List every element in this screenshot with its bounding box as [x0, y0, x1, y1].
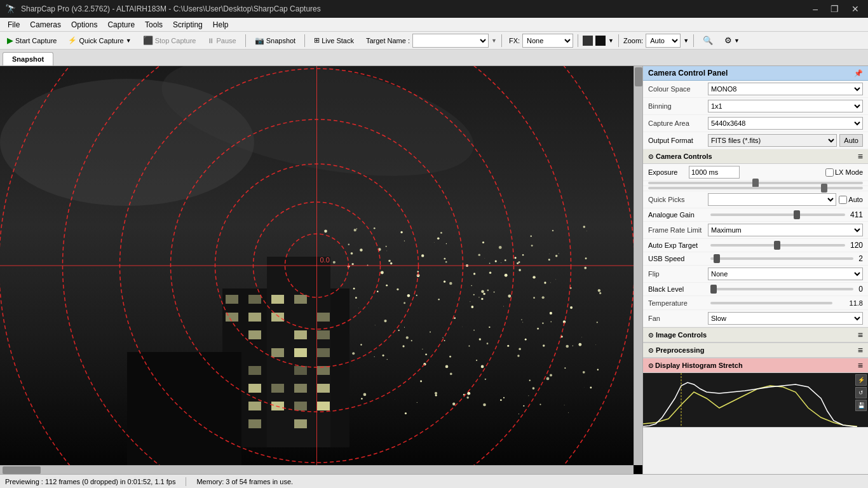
tab-snapshot[interactable]: Snapshot	[3, 52, 53, 65]
menu-help[interactable]: Help	[208, 19, 234, 30]
menu-tools[interactable]: Tools	[140, 19, 168, 30]
usb-speed-thumb[interactable]	[714, 254, 720, 263]
image-controls-header[interactable]: ⊙ Image Controls ≡	[643, 328, 868, 342]
camera-controls-header[interactable]: ⊙ Camera Controls ≡	[643, 149, 868, 164]
quick-capture-dropdown-icon[interactable]: ▼	[126, 37, 132, 44]
frame-rate-select[interactable]: Maximum	[708, 224, 863, 236]
menu-file[interactable]: File	[3, 19, 25, 30]
v-scroll-thumb[interactable]	[635, 67, 642, 86]
zoom-dropdown-icon[interactable]: ▼	[683, 37, 689, 44]
black-level-slider[interactable]	[710, 288, 853, 290]
menu-capture[interactable]: Capture	[102, 19, 140, 30]
vertical-scrollbar[interactable]	[634, 66, 642, 465]
h-scroll-thumb[interactable]	[3, 466, 41, 474]
toolbar-separator-1	[245, 34, 246, 47]
live-stack-button[interactable]: ⊞ Live Stack	[309, 34, 358, 46]
exposure-input[interactable]	[689, 166, 740, 179]
colour-space-row: Colour Space MONO8	[643, 81, 868, 98]
analogue-gain-slider[interactable]	[710, 214, 845, 216]
preprocessing-header-left: ⊙ Preprocessing	[648, 346, 704, 354]
quick-picks-label: Quick Picks	[648, 196, 705, 203]
panel-pin-icon[interactable]: 📌	[854, 69, 863, 78]
snapshot-icon: 📷	[255, 36, 264, 45]
histogram-auto-icon[interactable]: ⚡	[855, 374, 867, 386]
menu-scripting[interactable]: Scripting	[168, 19, 208, 30]
more-button[interactable]: ⚙ ▼	[720, 34, 744, 47]
exposure-slider-row[interactable]	[643, 181, 868, 186]
capture-area-label: Capture Area	[648, 119, 705, 127]
auto-exp-slider[interactable]	[710, 244, 845, 247]
memory-status: Memory: 3 of 54 frames in use.	[196, 478, 293, 485]
display-histogram-menu-icon[interactable]: ≡	[858, 360, 863, 370]
binning-select[interactable]: 1x1	[708, 100, 863, 112]
image-controls-chevron: ⊙	[648, 332, 653, 339]
horizontal-scrollbar[interactable]	[0, 465, 634, 474]
auto-exp-thumb[interactable]	[774, 241, 780, 250]
quick-picks-select[interactable]	[708, 193, 836, 206]
exposure-slider-thumb[interactable]	[752, 179, 759, 187]
fx-select[interactable]: None	[522, 34, 573, 48]
snapshot-button[interactable]: 📷 Snapshot	[250, 34, 300, 47]
minimize-button[interactable]: –	[809, 3, 822, 15]
exposure-slider-track-2[interactable]	[648, 187, 863, 189]
toolbar: ▶ Start Capture ⚡ Quick Capture ▼ ⬛ Stop…	[0, 32, 868, 50]
output-format-auto-button[interactable]: Auto	[839, 134, 863, 147]
toolbar-separator-4	[578, 34, 578, 47]
toolbar-separator-5	[618, 34, 619, 47]
start-capture-button[interactable]: ▶ Start Capture	[3, 34, 61, 47]
display-histogram-header[interactable]: ⊙ Display Histogram Stretch ≡	[643, 358, 868, 373]
colour-space-label: Colour Space	[648, 85, 705, 93]
preprocessing-menu-icon[interactable]: ≡	[858, 345, 863, 355]
colour-space-select[interactable]: MONO8	[708, 83, 863, 95]
close-button[interactable]: ✕	[848, 3, 863, 15]
quick-picks-auto-checkbox[interactable]	[839, 196, 847, 204]
display-dropdown-icon[interactable]: ▼	[608, 37, 614, 44]
zoom-label: Zoom:	[623, 37, 643, 44]
quick-picks-row: Quick Picks Auto	[643, 191, 868, 208]
menu-cameras[interactable]: Cameras	[25, 19, 66, 30]
display-histogram-section: ⊙ Display Histogram Stretch ≡ ⚡ ↺ 💾	[643, 358, 868, 428]
histogram-save-icon[interactable]: 💾	[855, 400, 867, 411]
stop-capture-button[interactable]: ⬛ Stop Capture	[139, 34, 201, 47]
camera-controls-menu-icon[interactable]: ≡	[858, 151, 863, 161]
camera-controls-section: ⊙ Camera Controls ≡ Exposure LX Mode	[643, 149, 868, 328]
histogram-reset-icon[interactable]: ↺	[855, 387, 867, 398]
output-format-select[interactable]: FITS files (*.fits)	[708, 134, 837, 147]
status-separator	[186, 477, 186, 486]
app-title: SharpCap Pro (v3.2.5762) - ALTAIRH183M -…	[21, 4, 321, 13]
histogram-canvas-area: ⚡ ↺ 💾	[643, 373, 868, 427]
window-controls[interactable]: – ❐ ✕	[809, 3, 863, 15]
analogue-gain-thumb[interactable]	[794, 210, 800, 219]
exposure-slider-thumb-2[interactable]	[821, 184, 827, 193]
histogram-icons: ⚡ ↺ 💾	[855, 374, 867, 411]
output-format-label: Output Format	[648, 137, 705, 144]
zoom-select[interactable]: Auto	[646, 34, 681, 48]
maximize-button[interactable]: ❐	[827, 3, 843, 15]
target-name-select[interactable]	[412, 34, 489, 48]
quick-capture-button[interactable]: ⚡ Quick Capture ▼	[64, 34, 135, 46]
black-level-thumb[interactable]	[710, 285, 717, 294]
auto-exp-target-row: Auto Exp Target 120	[643, 239, 868, 252]
temperature-slider[interactable]	[710, 302, 832, 304]
image-controls-menu-icon[interactable]: ≡	[858, 330, 863, 340]
camera-controls-header-left: ⊙ Camera Controls	[648, 152, 712, 160]
image-controls-section: ⊙ Image Controls ≡	[643, 328, 868, 343]
settings-button[interactable]: 🔍	[698, 34, 717, 47]
canvas-area[interactable]	[0, 66, 642, 474]
target-name-label: Target Name :	[366, 37, 410, 44]
pause-button[interactable]: ⏸ Pause	[203, 35, 240, 46]
fan-select[interactable]: Slow	[708, 312, 863, 325]
capture-area-select[interactable]: 5440x3648	[708, 117, 863, 130]
display-histogram-chevron: ⊙	[648, 362, 653, 369]
lx-mode-checkbox[interactable]	[825, 168, 834, 177]
flip-select[interactable]: None	[708, 268, 863, 280]
exposure-slider-track[interactable]	[648, 182, 863, 184]
pause-icon: ⏸	[207, 37, 214, 44]
usb-speed-slider[interactable]	[710, 257, 853, 260]
menu-options[interactable]: Options	[66, 19, 102, 30]
title-area: 🔭 SharpCap Pro (v3.2.5762) - ALTAIRH183M…	[5, 4, 321, 14]
preprocessing-header[interactable]: ⊙ Preprocessing ≡	[643, 343, 868, 358]
analogue-gain-row: Analogue Gain 411	[643, 208, 868, 222]
quick-capture-icon: ⚡	[68, 36, 77, 44]
exposure-slider-row-2[interactable]	[643, 186, 868, 191]
